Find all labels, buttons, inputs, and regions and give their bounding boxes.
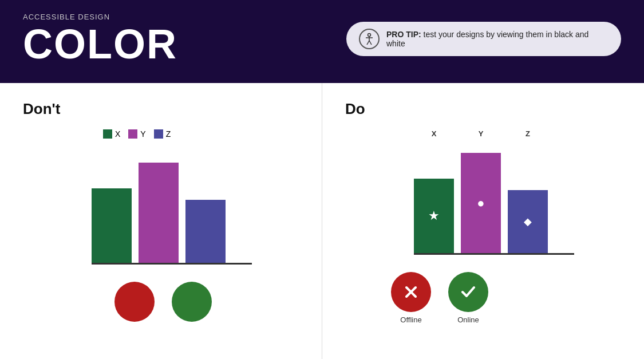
online-icon <box>448 272 488 312</box>
bar-rect-z-do: ◆ <box>508 190 548 253</box>
bar-rect-x-do: ★ <box>414 179 454 253</box>
page-title: COLOR <box>23 23 177 65</box>
bar-rect-z <box>185 200 226 263</box>
legend: X Y Z <box>103 129 299 139</box>
star-icon: ★ <box>428 208 440 223</box>
bar-rect-y <box>139 163 179 263</box>
do-bar-label-x: X <box>414 129 454 138</box>
bar-rect-y-do: ● <box>461 153 501 253</box>
legend-label-x: X <box>115 129 120 139</box>
dont-bar-chart <box>92 150 252 265</box>
legend-label-y: Y <box>140 129 145 139</box>
pro-tip-label: PRO TIP: <box>386 30 421 39</box>
legend-color-y <box>128 129 137 139</box>
pro-tip-box: PRO TIP: test your designs by viewing th… <box>346 22 621 56</box>
dont-circles <box>114 282 299 322</box>
circle-icon: ● <box>477 196 484 211</box>
dont-heading: Don't <box>23 100 299 118</box>
right-panel: Do X Y Z ★ ● <box>322 83 644 359</box>
svg-line-3 <box>367 41 369 45</box>
svg-line-4 <box>369 41 372 45</box>
left-panel: Don't X Y Z <box>0 83 322 359</box>
bar-rect-x <box>92 188 132 263</box>
do-chart-wrapper: X Y Z ★ ● ◆ <box>414 129 621 255</box>
do-bar-chart: ★ ● ◆ <box>414 140 574 255</box>
offline-icon <box>391 272 431 312</box>
legend-item-x: X <box>103 129 120 139</box>
green-circle <box>172 282 212 322</box>
do-heading: Do <box>345 100 621 118</box>
accessibility-icon <box>359 29 380 49</box>
pro-tip-text: PRO TIP: test your designs by viewing th… <box>386 30 609 48</box>
bar-x-dont <box>92 188 132 263</box>
header-left: ACCESSIBLE DESIGN COLOR <box>23 13 177 65</box>
diamond-icon: ◆ <box>524 215 532 228</box>
legend-color-x <box>103 129 112 139</box>
legend-color-z <box>154 129 163 139</box>
legend-label-z: Z <box>166 129 171 139</box>
bar-z-dont <box>185 200 226 263</box>
do-bar-labels-top: X Y Z <box>414 129 621 138</box>
do-bar-label-z: Z <box>508 129 548 138</box>
offline-status: Offline <box>391 272 431 324</box>
offline-label: Offline <box>400 315 421 324</box>
red-circle <box>114 282 155 322</box>
do-bar-label-y: Y <box>461 129 501 138</box>
legend-item-y: Y <box>128 129 145 139</box>
bar-x-do: ★ <box>414 179 454 253</box>
header-subtitle: ACCESSIBLE DESIGN <box>23 13 177 21</box>
bar-y-do: ● <box>461 153 501 253</box>
do-status-icons: Offline Online <box>391 272 621 324</box>
header: ACCESSIBLE DESIGN COLOR PRO TIP: test yo… <box>0 0 644 83</box>
bar-y-dont <box>139 163 179 263</box>
online-status: Online <box>448 272 488 324</box>
legend-item-z: Z <box>154 129 171 139</box>
bar-z-do: ◆ <box>508 190 548 253</box>
svg-point-0 <box>368 33 371 36</box>
online-label: Online <box>457 315 479 324</box>
main-content: Don't X Y Z <box>0 83 644 359</box>
